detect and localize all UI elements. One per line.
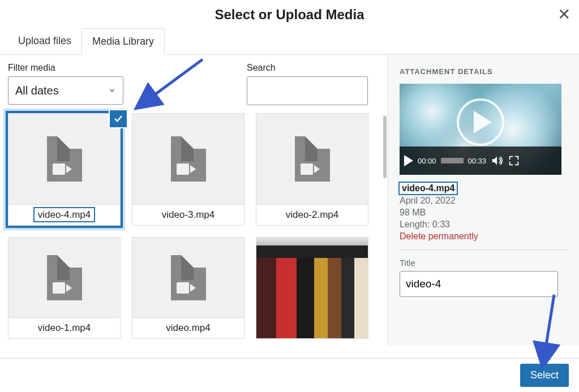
play-button[interactable]: [404, 155, 413, 166]
media-item-video-1[interactable]: video-1.mp4: [8, 237, 121, 339]
media-thumbnail: [256, 238, 368, 338]
media-thumbnail: [132, 238, 244, 317]
close-button[interactable]: ✕: [557, 7, 571, 23]
attachment-filename: video-4.mp4: [400, 183, 457, 194]
media-item-label: video-4.mp4: [8, 204, 120, 225]
tab-bar: Upload files Media Library: [0, 28, 579, 55]
duration: 00:33: [468, 157, 487, 165]
scrollbar[interactable]: [383, 116, 387, 178]
attachment-details-panel: ATTACHMENT DETAILS 00:00 00:33 video-4.m…: [388, 55, 579, 346]
video-file-icon: [47, 136, 82, 182]
media-thumbnail: [8, 238, 120, 317]
media-item-video-2[interactable]: video-2.mp4: [256, 113, 368, 226]
attachment-length: Length: 0:33: [400, 219, 569, 230]
media-item-label: video-3.mp4: [132, 204, 244, 225]
play-overlay-button[interactable]: [457, 98, 504, 146]
media-thumbnail: [256, 114, 368, 204]
media-grid: video-4.mp4 video-3.mp4: [8, 113, 381, 339]
title-field-label: Title: [400, 258, 569, 268]
video-file-icon: [171, 255, 206, 300]
close-icon: ✕: [557, 6, 571, 23]
media-browser: Filter media All dates Search: [0, 55, 388, 346]
fullscreen-icon[interactable]: [508, 154, 520, 167]
search-label: Search: [247, 63, 368, 73]
attachment-size: 98 MB: [400, 208, 569, 218]
video-preview: 00:00 00:33: [400, 84, 561, 175]
media-item-video-4[interactable]: video-4.mp4: [8, 113, 121, 226]
selected-check-badge[interactable]: [109, 109, 128, 128]
dialog-title: Select or Upload Media: [0, 7, 579, 23]
volume-icon[interactable]: [491, 154, 503, 167]
media-item-label: video.mp4: [132, 317, 244, 338]
tab-upload-files[interactable]: Upload files: [8, 28, 82, 54]
video-controls: 00:00 00:33: [400, 147, 561, 175]
filter-media-label: Filter media: [8, 63, 123, 73]
media-item-image[interactable]: [256, 237, 368, 339]
chevron-down-icon: [108, 87, 116, 94]
attachment-details-heading: ATTACHMENT DETAILS: [400, 67, 569, 76]
filter-date-value: All dates: [15, 84, 59, 97]
play-icon: [474, 111, 492, 133]
select-button[interactable]: Select: [520, 364, 569, 387]
progress-bar[interactable]: [441, 158, 464, 163]
search-input[interactable]: [247, 76, 368, 105]
video-file-icon: [47, 255, 82, 300]
attachment-date: April 20, 2022: [400, 196, 569, 206]
media-item-video-3[interactable]: video-3.mp4: [132, 113, 245, 226]
dialog-footer: Select: [0, 358, 579, 392]
video-file-icon: [171, 136, 206, 182]
filter-date-select[interactable]: All dates: [8, 76, 123, 105]
media-item-video[interactable]: video.mp4: [132, 237, 245, 339]
media-thumbnail: [8, 114, 120, 204]
media-item-label: video-1.mp4: [8, 317, 120, 338]
delete-permanently-link[interactable]: Delete permanently: [400, 231, 569, 242]
media-thumbnail: [132, 114, 244, 204]
divider: [400, 249, 569, 250]
tab-media-library[interactable]: Media Library: [82, 28, 165, 55]
video-file-icon: [295, 136, 330, 182]
current-time: 00:00: [418, 157, 436, 165]
check-icon: [113, 113, 124, 124]
title-input[interactable]: [400, 271, 558, 297]
media-item-label: video-2.mp4: [256, 204, 368, 225]
